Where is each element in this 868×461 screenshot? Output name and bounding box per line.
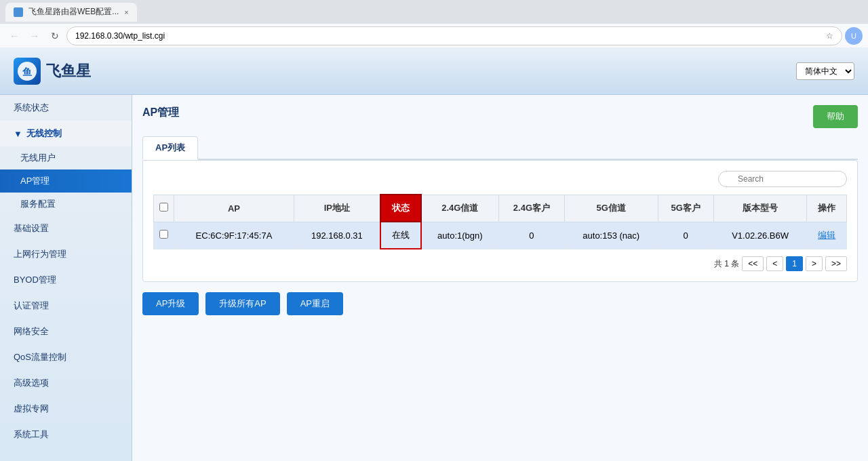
row-version: V1.02.26.B6W xyxy=(713,222,807,249)
sidebar-label-wireless-users: 无线用户 xyxy=(20,153,56,163)
header-ap: AP xyxy=(174,195,294,222)
logo-text: 飞鱼星 xyxy=(46,61,91,81)
pagination-total: 共 1 条 xyxy=(714,258,739,270)
sidebar-item-byod-management[interactable]: BYOD管理 xyxy=(0,267,132,293)
tab-favicon xyxy=(14,7,23,17)
browser-nav: ← → ↻ ☆ U xyxy=(0,24,868,48)
header-channel-24g: 2.4G信道 xyxy=(421,195,499,222)
sidebar-item-wireless-control[interactable]: ▼ 无线控制 xyxy=(0,121,132,146)
sidebar-item-service-config[interactable]: 服务配置 xyxy=(0,193,132,216)
sidebar-item-vpn[interactable]: 虚拟专网 xyxy=(0,396,132,422)
sidebar-label-system-status: 系统状态 xyxy=(14,102,49,114)
help-button[interactable]: 帮助 xyxy=(813,105,858,128)
sidebar-item-network-security[interactable]: 网络安全 xyxy=(0,319,132,344)
ap-upgrade-button[interactable]: AP升级 xyxy=(142,292,199,315)
row-channel-24g: auto:1(bgn) xyxy=(421,222,499,249)
sidebar-item-wireless-users[interactable]: 无线用户 xyxy=(0,146,132,169)
select-all-checkbox[interactable] xyxy=(159,203,168,212)
header-ip: IP地址 xyxy=(294,195,380,222)
ap-restart-button[interactable]: AP重启 xyxy=(287,292,343,315)
sidebar-label-wireless-control: 无线控制 xyxy=(26,127,62,140)
pagination-current: 1 xyxy=(786,256,803,271)
pagination-next[interactable]: > xyxy=(806,256,823,271)
action-buttons: AP升级 升级所有AP AP重启 xyxy=(142,292,858,315)
header-clients-24g: 2.4G客户 xyxy=(498,195,564,222)
language-selector[interactable]: 简体中文 xyxy=(796,62,854,80)
sidebar-label-service-config: 服务配置 xyxy=(20,199,56,209)
tab-ap-list[interactable]: AP列表 xyxy=(142,136,198,160)
browser-tab[interactable]: 飞鱼星路由器WEB配置... × xyxy=(5,3,137,22)
logo-area: 鱼 飞鱼星 xyxy=(14,58,91,85)
pagination-first[interactable]: << xyxy=(742,256,764,271)
upgrade-all-button[interactable]: 升级所有AP xyxy=(205,292,279,315)
sidebar-label-byod-management: BYOD管理 xyxy=(14,274,56,286)
page-title: AP管理 xyxy=(142,106,179,120)
sidebar-item-auth-management[interactable]: 认证管理 xyxy=(0,293,132,319)
row-channel-5g: auto:153 (nac) xyxy=(564,222,658,249)
back-button[interactable]: ← xyxy=(5,27,23,45)
arrow-icon: ▼ xyxy=(14,129,22,139)
sidebar-label-basic-settings: 基础设置 xyxy=(14,222,49,235)
header-version: 版本型号 xyxy=(713,195,807,222)
app-header: 鱼 飞鱼星 简体中文 xyxy=(0,47,868,95)
url-input[interactable] xyxy=(75,31,822,41)
search-bar xyxy=(153,171,847,187)
search-wrapper xyxy=(718,171,847,187)
sidebar-item-advanced-options[interactable]: 高级选项 xyxy=(0,370,132,396)
edit-button[interactable]: 编辑 xyxy=(818,230,835,240)
tab-bar: AP列表 xyxy=(142,136,858,160)
pagination: 共 1 条 << < 1 > >> xyxy=(153,256,847,271)
user-avatar: U xyxy=(845,27,863,45)
logo-icon: 鱼 xyxy=(14,58,41,85)
sidebar-item-internet-behavior[interactable]: 上网行为管理 xyxy=(0,241,132,267)
table-row: EC:6C:9F:17:45:7A 192.168.0.31 在线 auto:1… xyxy=(154,222,847,249)
browser-tab-bar: 飞鱼星路由器WEB配置... × xyxy=(0,0,868,24)
row-clients-24g: 0 xyxy=(498,222,564,249)
sidebar-item-qos-control[interactable]: QoS流量控制 xyxy=(0,344,132,370)
svg-text:鱼: 鱼 xyxy=(22,66,32,77)
sidebar-label-qos-control: QoS流量控制 xyxy=(14,351,66,363)
header-checkbox xyxy=(154,195,174,222)
sidebar: 系统状态 ▼ 无线控制 无线用户 AP管理 服务配置 基础设置 上网行为管理 xyxy=(0,95,132,461)
sidebar-label-network-security: 网络安全 xyxy=(14,325,49,338)
content-area: AP管理 帮助 AP列表 xyxy=(132,95,868,461)
ap-table: AP IP地址 状态 2.4G信道 2.4G客户 5G信道 5G客户 版本型号 … xyxy=(153,194,847,249)
header-channel-5g: 5G信道 xyxy=(564,195,658,222)
reload-button[interactable]: ↻ xyxy=(46,27,64,45)
table-container: AP IP地址 状态 2.4G信道 2.4G客户 5G信道 5G客户 版本型号 … xyxy=(142,160,858,282)
sidebar-label-system-tools: 系统工具 xyxy=(14,428,49,441)
header-action: 操作 xyxy=(807,195,847,222)
sidebar-item-ap-management[interactable]: AP管理 xyxy=(0,169,132,193)
browser-chrome: 飞鱼星路由器WEB配置... × ← → ↻ ☆ U xyxy=(0,0,868,47)
row-action-cell: 编辑 xyxy=(807,222,847,249)
tab-title: 飞鱼星路由器WEB配置... xyxy=(28,6,119,18)
search-input[interactable] xyxy=(718,171,847,187)
sidebar-label-ap-management: AP管理 xyxy=(20,176,50,186)
row-ap: EC:6C:9F:17:45:7A xyxy=(174,222,294,249)
sidebar-item-basic-settings[interactable]: 基础设置 xyxy=(0,216,132,241)
sidebar-label-advanced-options: 高级选项 xyxy=(14,377,49,389)
sidebar-label-internet-behavior: 上网行为管理 xyxy=(14,248,66,260)
sidebar-label-auth-management: 认证管理 xyxy=(14,300,49,312)
table-body: EC:6C:9F:17:45:7A 192.168.0.31 在线 auto:1… xyxy=(154,222,847,249)
forward-button[interactable]: → xyxy=(26,27,43,45)
row-checkbox[interactable] xyxy=(159,230,168,239)
tab-close-button[interactable]: × xyxy=(124,8,128,16)
url-bar: ☆ xyxy=(66,26,842,45)
row-checkbox-cell[interactable] xyxy=(154,222,174,249)
header-clients-5g: 5G客户 xyxy=(658,195,713,222)
table-header: AP IP地址 状态 2.4G信道 2.4G客户 5G信道 5G客户 版本型号 … xyxy=(154,195,847,222)
bookmark-icon[interactable]: ☆ xyxy=(826,31,833,41)
row-ip: 192.168.0.31 xyxy=(294,222,380,249)
header-status: 状态 xyxy=(380,195,421,222)
row-status: 在线 xyxy=(380,222,421,249)
sidebar-item-system-tools[interactable]: 系统工具 xyxy=(0,422,132,447)
sidebar-label-vpn: 虚拟专网 xyxy=(14,403,49,415)
main-layout: 系统状态 ▼ 无线控制 无线用户 AP管理 服务配置 基础设置 上网行为管理 xyxy=(0,95,868,461)
pagination-last[interactable]: >> xyxy=(825,256,847,271)
app-container: 鱼 飞鱼星 简体中文 系统状态 ▼ 无线控制 无线用户 AP管理 xyxy=(0,47,868,461)
sidebar-item-system-status[interactable]: 系统状态 xyxy=(0,95,132,121)
row-clients-5g: 0 xyxy=(658,222,713,249)
pagination-prev[interactable]: < xyxy=(766,256,783,271)
